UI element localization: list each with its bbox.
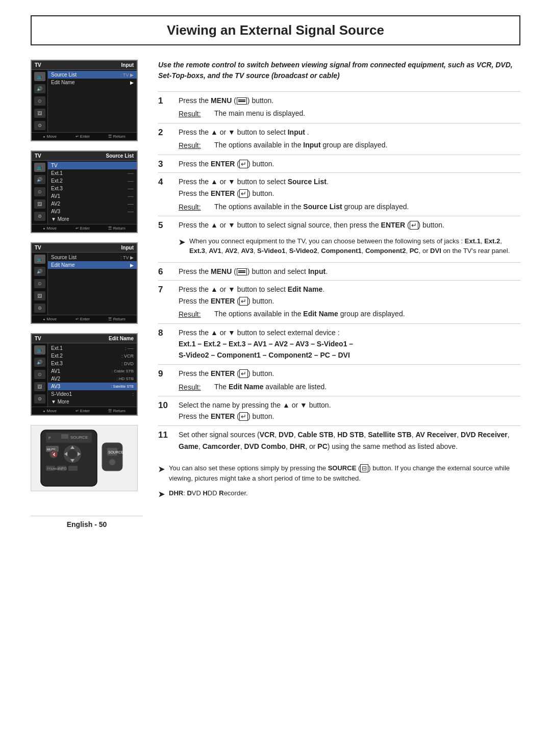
bottom-note-2-text: DHR: DVD HDD Recorder.: [169, 488, 248, 498]
tv-icon-circle: ⊙: [34, 96, 45, 106]
tv-label-1: TV: [35, 62, 41, 68]
step-4-detail: Press the ▲ or ▼ button to select Source…: [179, 176, 520, 213]
step-2-num: 2: [158, 127, 179, 152]
arrow-sym-bottom1: ➤: [158, 464, 165, 475]
source-icon-note: ⊟: [360, 464, 368, 472]
step-3-detail: Press the ENTER (↵) button.: [179, 158, 520, 170]
tv-header-2: TV Source List: [32, 152, 137, 161]
enter-icon-5: ↵: [410, 221, 418, 230]
step-1-detail: Press the MENU () button. Result: The ma…: [179, 95, 520, 120]
step-5-num: 5: [158, 219, 179, 259]
tv-screen-2: TV Source List 📺 🔊 ⊙ 🖼 ⚙ TV Ext.1---- Ex: [31, 150, 138, 233]
step-9: 9 Press the ENTER (↵) button. Result: Th…: [158, 364, 520, 396]
result-text-1: The main menu is displayed.: [214, 108, 520, 119]
tv-header-4: TV Edit Name: [32, 334, 137, 343]
tv-icon-image: 🖼: [34, 109, 45, 118]
page-title: Viewing an External Signal Source: [31, 15, 520, 45]
step-6-detail: Press the MENU () button and select Inpu…: [179, 266, 520, 277]
step-7-num: 7: [158, 284, 179, 320]
step-7-detail: Press the ▲ or ▼ button to select Edit N…: [179, 284, 520, 320]
svg-text:🔇: 🔇: [51, 451, 58, 458]
tv-title-2: Source List: [106, 153, 134, 159]
tv-sidebar-1: 📺 🔊 ⊙ 🖼 ⚙: [32, 70, 48, 132]
tv-edit-ext3[interactable]: Ext.3: DVD: [48, 360, 137, 367]
result-text-2: The options available in the Input group…: [214, 140, 520, 151]
page-footer: English - 50: [31, 516, 143, 528]
tv-edit-ext1[interactable]: Ext.1: ----: [48, 344, 137, 352]
tv-edit-av1[interactable]: AV1: Cable STB: [48, 367, 137, 375]
tv-icon-settings: ⚙: [34, 121, 45, 130]
tv-item-ext1[interactable]: Ext.1----: [48, 169, 137, 177]
tv-screen-4: TV Edit Name 📺 🔊 ⊙ 🖼 ⚙ Ext.1: ---- Ext.2…: [31, 333, 138, 416]
step-11-num: 11: [158, 429, 179, 452]
tv-sidebar-4: 📺 🔊 ⊙ 🖼 ⚙: [32, 343, 48, 407]
step-11-detail: Set other signal sources (VCR, DVD, Cabl…: [179, 429, 520, 452]
tv-item-av1[interactable]: AV1----: [48, 192, 137, 200]
tv-item-av2[interactable]: AV2----: [48, 200, 137, 208]
tv-item-ext2[interactable]: Ext.2----: [48, 177, 137, 185]
result-label-4: Result:: [179, 201, 214, 213]
tv-item-av3[interactable]: AV3----: [48, 208, 137, 215]
intro-text: Use the remote control to switch between…: [158, 60, 520, 81]
arrow-sym-bottom2: ➤: [158, 489, 165, 500]
tv-screen-1: TV Input 📺 🔊 ⊙ 🖼 ⚙ Source List: TV ▶: [31, 60, 138, 141]
tv-icon-antenna: 📺: [34, 72, 45, 81]
step-8: 8 Press the ▲ or ▼ button to select exte…: [158, 323, 520, 364]
tv-item-editname-3[interactable]: Edit Name▶: [48, 261, 137, 269]
step-1-num: 1: [158, 95, 179, 120]
tv-icon-circle-2: ⊙: [34, 187, 45, 196]
result-text-9: The Edit Name available are listed.: [214, 382, 520, 393]
enter-icon-9: ↵: [239, 369, 248, 378]
tv-header-1: TV Input: [32, 61, 137, 70]
tv-icon-image-3: 🖼: [34, 291, 45, 300]
remote-svg: P SOURCE MUTE 🔇: [36, 427, 133, 489]
tv-icon-settings-4: ⚙: [34, 394, 45, 404]
tv-item-sourcelist[interactable]: Source List: TV ▶: [48, 71, 137, 79]
tv-label-2: TV: [35, 153, 41, 159]
tv-item-tv[interactable]: TV: [48, 162, 137, 169]
tv-icon-image-2: 🖼: [34, 199, 45, 209]
svg-text:P: P: [48, 436, 51, 440]
tv-item-ext3[interactable]: Ext.3----: [48, 185, 137, 192]
step-2-result: Result: The options available in the Inp…: [179, 140, 520, 151]
result-label-1: Result:: [179, 108, 214, 119]
left-column: TV Input 📺 🔊 ⊙ 🖼 ⚙ Source List: TV ▶: [31, 60, 143, 528]
step-5-note-text: When you connect equipment to the TV, yo…: [189, 236, 520, 256]
step-6: 6 Press the MENU () button and select In…: [158, 262, 520, 280]
svg-text:SOURCE: SOURCE: [70, 435, 88, 440]
tv-title-1: Input: [121, 62, 134, 68]
step-1-result: Result: The main menu is displayed.: [179, 108, 520, 119]
enter-icon-10: ↵: [239, 412, 248, 421]
bottom-note-1-text: You can also set these options simply by…: [169, 463, 520, 483]
enter-icon-4: ↵: [239, 189, 248, 198]
tv-footer-3: ⬥ Move↵ Enter☰ Return: [32, 315, 137, 323]
tv-icon-antenna-3: 📺: [34, 255, 45, 264]
tv-screen-3: TV Input 📺 🔊 ⊙ 🖼 ⚙ Source List: TV ▶: [31, 242, 138, 324]
tv-sidebar-3: 📺 🔊 ⊙ 🖼 ⚙: [32, 253, 48, 315]
tv-icon-settings-3: ⚙: [34, 304, 45, 313]
tv-edit-av3[interactable]: AV3: Satellite STB: [48, 383, 137, 390]
tv-body-3: 📺 🔊 ⊙ 🖼 ⚙ Source List: TV ▶ Edit Name▶: [32, 253, 137, 315]
tv-icon-settings-2: ⚙: [34, 212, 45, 221]
tv-item-more[interactable]: ▼ More: [48, 215, 137, 223]
result-label-9: Result:: [179, 382, 214, 393]
tv-icon-speaker-3: 🔊: [34, 267, 45, 276]
step-2: 2 Press the ▲ or ▼ button to select Inpu…: [158, 123, 520, 155]
tv-item-editname[interactable]: Edit Name▶: [48, 79, 137, 86]
content-area: TV Input 📺 🔊 ⊙ 🖼 ⚙ Source List: TV ▶: [31, 60, 520, 528]
result-label-7: Result:: [179, 309, 214, 320]
tv-title-4: Edit Name: [109, 336, 134, 341]
tv-icon-image-4: 🖼: [34, 382, 45, 391]
tv-title-3: Input: [121, 245, 134, 250]
right-column: Use the remote control to switch between…: [158, 60, 520, 528]
tv-item-sourcelist-3[interactable]: Source List: TV ▶: [48, 254, 137, 261]
tv-edit-more[interactable]: ▼ More: [48, 398, 137, 406]
tv-footer-4: ⬥ Move↵ Enter☰ Return: [32, 407, 137, 415]
tv-edit-ext2[interactable]: Ext.2: VCR: [48, 352, 137, 360]
svg-text:INFO: INFO: [58, 467, 67, 470]
tv-body-4: 📺 🔊 ⊙ 🖼 ⚙ Ext.1: ---- Ext.2: VCR Ext.3: …: [32, 343, 137, 407]
menu-icon-6: [237, 268, 247, 275]
remote-control-image: P SOURCE MUTE 🔇: [31, 425, 138, 491]
tv-edit-svideo1[interactable]: S-Video1:: [48, 390, 137, 398]
tv-edit-av2[interactable]: AV2: HD STB: [48, 375, 137, 383]
